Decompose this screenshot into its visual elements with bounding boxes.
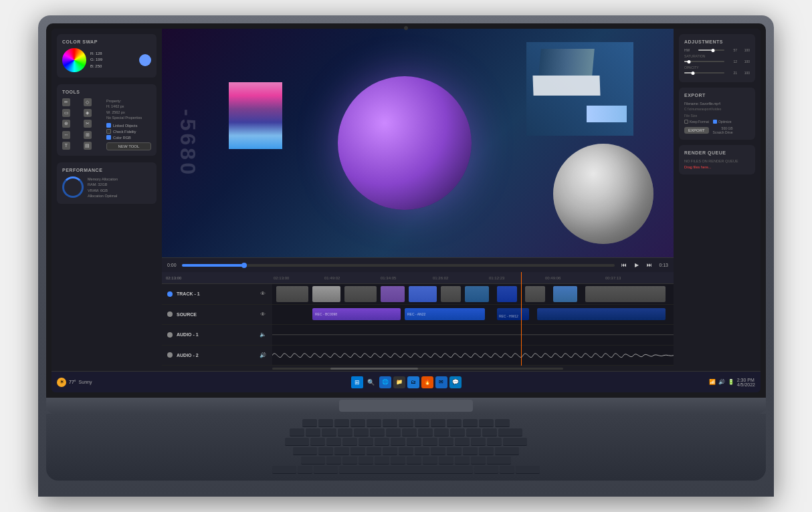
key-minus[interactable] — [466, 428, 481, 436]
taskbar-app-3[interactable]: 🗂 — [407, 376, 419, 388]
checkbox-fidelity-box[interactable] — [106, 129, 111, 134]
key-e[interactable] — [342, 438, 357, 446]
track-row-audio1[interactable] — [272, 325, 674, 346]
progress-bar[interactable] — [182, 264, 615, 267]
key-caps[interactable] — [293, 447, 317, 455]
timeline-scrollbar[interactable] — [162, 366, 674, 371]
key-x[interactable] — [342, 457, 357, 465]
key-enter[interactable] — [495, 447, 519, 455]
adj-hw-slider[interactable] — [698, 49, 724, 51]
tool-text[interactable]: T — [62, 142, 70, 150]
key-space[interactable] — [339, 466, 473, 474]
tool-cut[interactable]: ✂ — [84, 120, 92, 128]
key-v[interactable] — [375, 457, 389, 465]
key-lbracket[interactable] — [471, 438, 486, 446]
key-a[interactable] — [318, 447, 333, 455]
key-lshift[interactable] — [301, 457, 325, 465]
key-f11[interactable] — [479, 419, 494, 427]
tool-grid[interactable]: ▤ — [84, 142, 92, 150]
export-button[interactable]: EXPORT — [684, 127, 709, 134]
key-9[interactable] — [434, 428, 449, 436]
key-f7[interactable] — [415, 419, 429, 427]
key-fn[interactable] — [298, 466, 312, 474]
key-k[interactable] — [431, 447, 445, 455]
key-j[interactable] — [415, 447, 429, 455]
key-6[interactable] — [386, 428, 401, 436]
adj-opacity-slider[interactable] — [684, 72, 724, 74]
key-i[interactable] — [423, 438, 437, 446]
key-f4[interactable] — [367, 419, 381, 427]
key-1[interactable] — [306, 428, 320, 436]
key-rbracket[interactable] — [487, 438, 502, 446]
key-h[interactable] — [399, 447, 413, 455]
key-4[interactable] — [354, 428, 369, 436]
key-quote[interactable] — [479, 447, 494, 455]
key-8[interactable] — [418, 428, 433, 436]
checkbox-linked-box[interactable] — [106, 123, 111, 128]
key-f3[interactable] — [350, 419, 365, 427]
transport-next[interactable]: ⏭ — [645, 261, 653, 269]
key-f2[interactable] — [334, 419, 349, 427]
tool-move[interactable]: ↔ — [62, 131, 70, 139]
transport-prev[interactable]: ⏮ — [620, 261, 628, 269]
key-backspace[interactable] — [498, 428, 522, 436]
track-speaker-icon-1[interactable]: 🔈 — [259, 331, 267, 339]
key-f9[interactable] — [447, 419, 462, 427]
key-t[interactable] — [375, 438, 389, 446]
key-ralt[interactable] — [474, 466, 498, 474]
key-c[interactable] — [359, 457, 373, 465]
key-slash[interactable] — [471, 457, 486, 465]
tool-pen[interactable]: ✏ — [62, 98, 70, 106]
key-q[interactable] — [310, 438, 325, 446]
tool-shape[interactable]: ◈ — [84, 109, 92, 117]
key-n[interactable] — [407, 457, 421, 465]
search-icon[interactable]: 🔍 — [365, 376, 377, 388]
track-row-audio2[interactable] — [272, 346, 674, 366]
track-eye-icon-source[interactable]: 👁 — [259, 310, 267, 318]
key-r[interactable] — [359, 438, 373, 446]
key-b[interactable] — [391, 457, 405, 465]
taskbar-app-6[interactable]: 💬 — [449, 376, 462, 388]
key-u[interactable] — [407, 438, 421, 446]
key-s[interactable] — [334, 447, 349, 455]
transport-play[interactable]: ▶ — [633, 261, 640, 269]
key-f5[interactable] — [383, 419, 397, 427]
taskbar-app-4[interactable]: 🔥 — [421, 376, 433, 388]
key-f10[interactable] — [463, 419, 478, 427]
preview-area[interactable]: -5680 — [162, 29, 674, 257]
key-2[interactable] — [322, 428, 336, 436]
color-wheel[interactable] — [62, 48, 86, 72]
key-f12[interactable] — [495, 419, 510, 427]
taskbar-app-2[interactable]: 📁 — [393, 376, 405, 388]
render-drag-msg[interactable]: Drag files here... — [684, 165, 750, 169]
export-format-box[interactable] — [684, 120, 688, 124]
key-0[interactable] — [450, 428, 465, 436]
key-equals[interactable] — [482, 428, 497, 436]
key-lctrl[interactable] — [272, 466, 296, 474]
key-f8[interactable] — [431, 419, 445, 427]
key-d[interactable] — [350, 447, 365, 455]
key-p[interactable] — [455, 438, 470, 446]
key-f1[interactable] — [318, 419, 333, 427]
key-w[interactable] — [326, 438, 341, 446]
key-m[interactable] — [423, 457, 437, 465]
track-speaker-icon-2[interactable]: 🔊 — [259, 351, 267, 359]
taskbar-app-5[interactable]: ✉ — [435, 376, 447, 388]
key-tab[interactable] — [285, 438, 309, 446]
key-f[interactable] — [367, 447, 381, 455]
checkbox-color-box[interactable] — [106, 135, 111, 140]
taskbar-center[interactable]: ⊞ 🔍 🌐 📁 🗂 🔥 ✉ 💬 — [351, 376, 462, 388]
new-tool-button[interactable]: NEW TOOL — [106, 142, 151, 150]
track-row-source[interactable]: REC - BC0098 REC - AN22 REC - HW12 — [272, 305, 674, 326]
taskbar-app-1[interactable]: 🌐 — [379, 376, 391, 388]
key-f6[interactable] — [399, 419, 413, 427]
key-g[interactable] — [383, 447, 397, 455]
export-optimize-box[interactable] — [713, 120, 717, 124]
tool-rect[interactable]: ▭ — [62, 109, 70, 117]
volume-icon[interactable]: 🔊 — [718, 379, 725, 385]
track-eye-icon-1[interactable]: 👁 — [259, 290, 267, 298]
key-l[interactable] — [447, 447, 462, 455]
key-y[interactable] — [391, 438, 405, 446]
key-rctrl[interactable] — [516, 466, 540, 474]
key-3[interactable] — [338, 428, 352, 436]
